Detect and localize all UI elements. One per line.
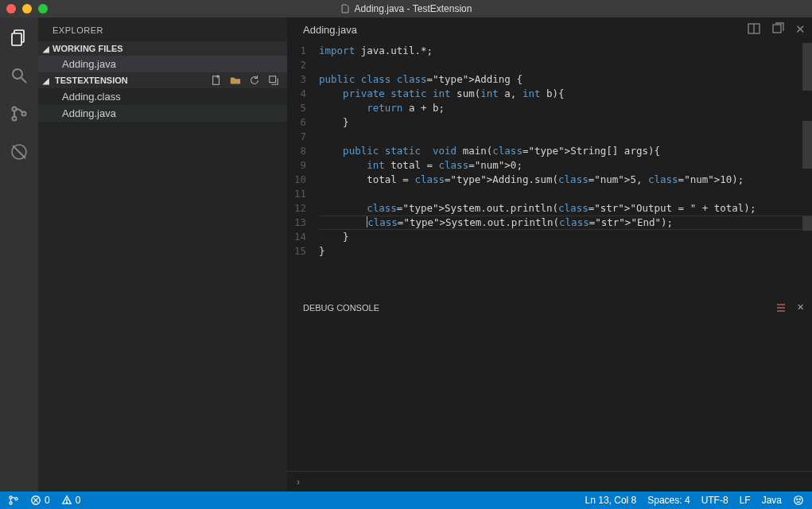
working-files-header[interactable]: ◢ WORKING FILES <box>38 41 287 56</box>
code-line[interactable] <box>319 187 812 201</box>
code-line[interactable]: } <box>319 115 812 130</box>
working-files-label: WORKING FILES <box>52 44 123 53</box>
new-file-icon[interactable] <box>211 75 222 86</box>
svg-point-26 <box>795 496 803 505</box>
debug-tab[interactable] <box>9 142 29 162</box>
svg-point-5 <box>13 117 17 121</box>
debug-console-header: DEBUG CONSOLE ✕ <box>287 296 812 318</box>
window-controls <box>6 4 48 14</box>
svg-rect-14 <box>773 25 781 33</box>
error-icon <box>30 495 41 506</box>
editor-tab-bar: Adding.java ✕ <box>287 17 812 41</box>
svg-point-27 <box>797 499 798 499</box>
zoom-window-button[interactable] <box>38 4 48 14</box>
minimize-window-button[interactable] <box>22 4 32 14</box>
svg-point-6 <box>22 112 26 116</box>
svg-rect-8 <box>213 76 220 85</box>
errors-status[interactable]: 0 <box>30 495 50 506</box>
debug-console-body[interactable] <box>287 318 812 471</box>
svg-line-3 <box>21 78 26 83</box>
code-line[interactable]: public class class="type">Adding { <box>319 72 812 87</box>
search-tab[interactable] <box>9 65 29 86</box>
activity-bar <box>0 17 38 492</box>
feedback-status[interactable] <box>793 495 804 506</box>
code-line[interactable]: return a + b; <box>319 101 812 115</box>
eol-status[interactable]: LF <box>740 495 751 506</box>
status-bar: 0 0 Ln 13, Col 8 Spaces: 4 UTF-8 LF Java <box>0 492 812 509</box>
svg-point-19 <box>10 502 12 504</box>
svg-rect-11 <box>270 76 276 83</box>
repl-input[interactable]: › <box>287 471 812 492</box>
search-icon <box>10 66 29 85</box>
code-line[interactable]: private static int sum(int a, int b){ <box>319 87 812 101</box>
svg-point-28 <box>799 499 800 499</box>
encoding-status[interactable]: UTF-8 <box>701 495 728 506</box>
git-icon <box>10 104 29 123</box>
warnings-status[interactable]: 0 <box>61 495 81 506</box>
file-item[interactable]: Adding.class <box>38 88 287 105</box>
git-tab[interactable] <box>9 103 29 124</box>
cursor-position-status[interactable]: Ln 13, Col 8 <box>585 495 637 506</box>
chevron-down-icon: ◢ <box>43 76 49 85</box>
window-titlebar: Adding.java - TestExtension <box>0 0 812 17</box>
overview-ruler[interactable] <box>802 41 812 296</box>
bug-icon <box>10 142 29 161</box>
close-window-button[interactable] <box>6 4 16 14</box>
code-line[interactable]: int total = class="num">0; <box>319 158 812 173</box>
code-line[interactable]: import java.util.*; <box>319 44 812 58</box>
code-line[interactable]: total = class="type">Adding.sum(class="n… <box>319 173 812 187</box>
chevron-down-icon: ◢ <box>43 45 49 53</box>
explorer-sidebar: EXPLORER ◢ WORKING FILES Adding.java ◢ T… <box>38 17 287 492</box>
window-title: Adding.java - TestExtension <box>340 3 472 14</box>
repl-prompt-icon: › <box>297 476 300 488</box>
code-line[interactable]: public static void main(class="type">Str… <box>319 144 812 158</box>
code-area[interactable]: import java.util.*;public class class="t… <box>319 41 812 296</box>
folder-header[interactable]: ◢ TESTEXTENSION <box>38 72 287 88</box>
code-line[interactable]: } <box>319 230 812 244</box>
editor-body[interactable]: 123456789101112131415 import java.util.*… <box>287 41 812 296</box>
line-number-gutter: 123456789101112131415 <box>287 41 319 296</box>
explorer-title: EXPLORER <box>38 17 287 41</box>
close-panel-icon[interactable]: ✕ <box>797 302 804 313</box>
file-item[interactable]: Adding.java <box>38 105 287 122</box>
svg-point-18 <box>10 496 12 499</box>
svg-point-25 <box>66 502 67 503</box>
smiley-icon <box>793 495 804 506</box>
code-line[interactable]: class="type">System.out.println(class="s… <box>319 201 812 216</box>
refresh-icon[interactable] <box>249 75 260 86</box>
git-branch-icon <box>8 495 19 506</box>
working-file-item[interactable]: Adding.java <box>38 56 287 72</box>
code-line[interactable]: } <box>319 244 812 258</box>
files-icon <box>10 28 29 47</box>
indent-status[interactable]: Spaces: 4 <box>647 495 690 506</box>
editor-group: Adding.java ✕ 123456789101112131415 impo… <box>287 17 812 492</box>
debug-console-title: DEBUG CONSOLE <box>303 303 379 313</box>
collapse-all-icon[interactable] <box>268 75 279 86</box>
git-branch-status[interactable] <box>8 495 19 506</box>
clear-console-icon[interactable] <box>775 301 787 314</box>
split-editor-icon[interactable] <box>748 22 760 35</box>
java-file-icon <box>340 4 350 14</box>
editor-tab[interactable]: Adding.java <box>303 24 357 36</box>
language-status[interactable]: Java <box>762 495 782 506</box>
svg-rect-1 <box>12 33 21 45</box>
new-folder-icon[interactable] <box>230 75 241 86</box>
close-editor-icon[interactable]: ✕ <box>795 22 806 37</box>
warning-icon <box>61 495 72 506</box>
code-line[interactable] <box>319 58 812 72</box>
svg-point-4 <box>13 107 17 111</box>
svg-point-2 <box>13 69 22 79</box>
explorer-tab[interactable] <box>9 27 29 48</box>
code-line[interactable] <box>319 130 812 144</box>
more-icon[interactable] <box>771 22 784 35</box>
folder-label: TESTEXTENSION <box>55 76 128 85</box>
